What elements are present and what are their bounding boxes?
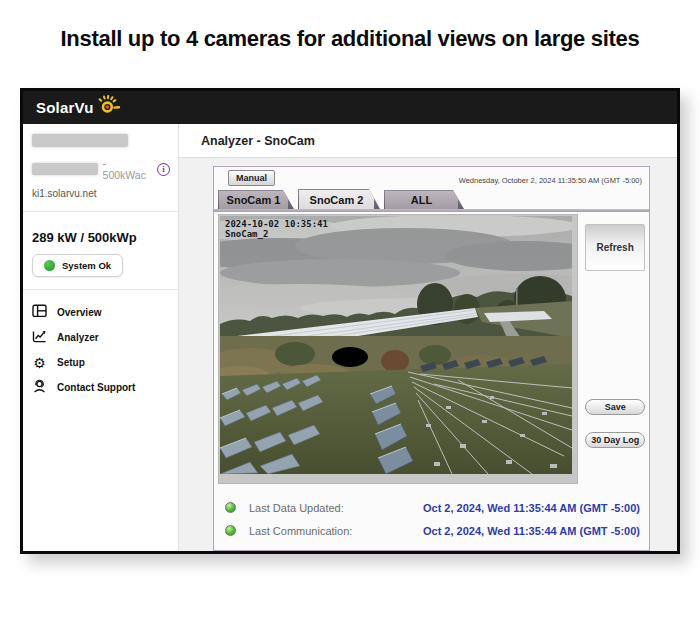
tab-all[interactable]: ALL <box>384 190 464 209</box>
page: Install up to 4 cameras for additional v… <box>0 0 700 620</box>
sidebar-item-label: Contact Support <box>57 382 135 393</box>
analyzer-chart-icon <box>32 329 47 347</box>
sidebar-item-contact-support[interactable]: Contact Support <box>32 375 170 400</box>
sidebar-item-overview[interactable]: Overview <box>32 300 170 325</box>
solarvu-logo: SolarVu <box>36 94 123 121</box>
save-button[interactable]: Save <box>585 399 645 415</box>
page-title: Analyzer - SnoCam <box>201 134 315 148</box>
tab-label: SnoCam 1 <box>219 191 288 209</box>
sidebar-item-label: Analyzer <box>57 332 99 343</box>
tab-label: SnoCam 2 <box>299 190 374 209</box>
tab-snocam-1[interactable]: SnoCam 1 <box>218 190 294 209</box>
status-dot-icon <box>44 260 55 271</box>
overview-icon <box>32 304 47 322</box>
gear-icon: ⚙ <box>32 356 47 370</box>
status-value: Oct 2, 2024, Wed 11:35:44 AM (GMT -5:00) <box>423 525 640 537</box>
snocam-panel: Manual Wednesday, October 2, 2024 11:35:… <box>213 166 650 551</box>
capacity-suffix: - 500kWac <box>103 157 152 181</box>
app-titlebar: SolarVu <box>23 91 677 124</box>
camera-overlay-timestamp: 2024-10-02 10:35:41 <box>225 219 328 229</box>
thirty-day-log-button[interactable]: 30 Day Log <box>585 432 645 448</box>
tab-snocam-2[interactable]: SnoCam 2 <box>298 189 380 209</box>
green-led-icon <box>225 502 236 513</box>
power-summary: 289 kW / 500kWp <box>32 230 170 245</box>
header-datetime: Wednesday, October 2, 2024 11:35:50 AM (… <box>459 176 642 185</box>
site-domain: ki1.solarvu.net <box>32 188 170 199</box>
sidebar-divider <box>23 289 178 290</box>
info-icon[interactable]: i <box>157 163 170 176</box>
manual-button[interactable]: Manual <box>228 170 275 186</box>
redacted-site-name <box>32 134 128 147</box>
status-section: Last Data Updated: Oct 2, 2024, Wed 11:3… <box>214 484 649 544</box>
refresh-button[interactable]: Refresh <box>585 224 645 271</box>
camera-tabs: SnoCam 1 SnoCam 2 ALL <box>218 189 649 209</box>
status-label: Last Communication: <box>249 525 352 537</box>
sidebar-item-label: Overview <box>57 307 101 318</box>
page-header: Analyzer - SnoCam <box>179 124 677 158</box>
status-value: Oct 2, 2024, Wed 11:35:44 AM (GMT -5:00) <box>423 502 640 514</box>
sidebar-item-analyzer[interactable]: Analyzer <box>32 325 170 350</box>
status-row-last-data: Last Data Updated: Oct 2, 2024, Wed 11:3… <box>225 496 640 519</box>
green-led-icon <box>225 525 236 536</box>
logo-text: SolarVu <box>36 99 94 116</box>
redacted-site-capacity <box>32 163 98 175</box>
status-row-last-communication: Last Communication: Oct 2, 2024, Wed 11:… <box>225 519 640 542</box>
status-label: Last Data Updated: <box>249 502 344 514</box>
content-area: Manual Wednesday, October 2, 2024 11:35:… <box>179 158 677 551</box>
sun-icon <box>96 94 123 121</box>
app-window: SolarVu <box>20 88 680 554</box>
camera-image: 2024-10-02 10:35:41 SnoCam_2 <box>220 216 572 474</box>
tab-label: ALL <box>385 191 458 209</box>
main-area: Analyzer - SnoCam Manual Wednesday, Octo… <box>179 124 677 551</box>
system-ok-badge[interactable]: System Ok <box>32 254 123 277</box>
sidebar-divider <box>23 211 178 212</box>
camera-overlay-name: SnoCam_2 <box>225 229 268 239</box>
camera-controls: Refresh Save 30 Day Log <box>585 214 645 484</box>
support-agent-icon <box>32 379 47 397</box>
sidebar-item-setup[interactable]: ⚙ Setup <box>32 350 170 375</box>
sidebar-item-label: Setup <box>57 357 85 368</box>
sidebar-nav: Overview Analyzer ⚙ <box>32 300 170 400</box>
system-ok-label: System Ok <box>62 260 111 271</box>
camera-frame: 2024-10-02 10:35:41 SnoCam_2 <box>218 214 578 484</box>
page-headline: Install up to 4 cameras for additional v… <box>0 26 700 52</box>
sidebar: - 500kWac i ki1.solarvu.net 289 kW / 500… <box>23 124 179 551</box>
